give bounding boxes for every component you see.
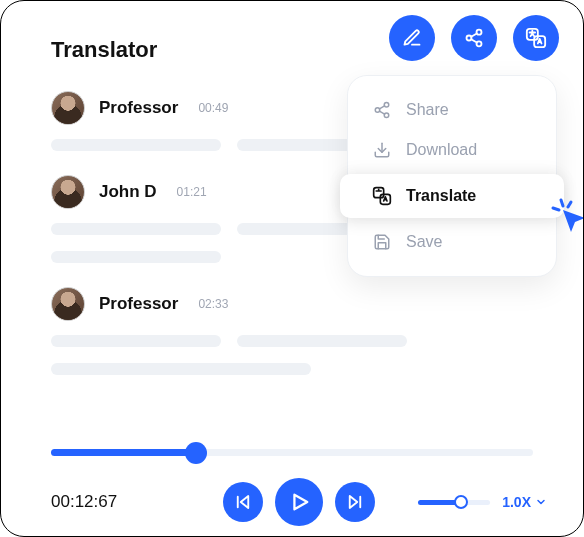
svg-line-3 [471, 39, 477, 42]
pencil-icon [402, 28, 422, 48]
playback-buttons [223, 478, 375, 526]
svg-marker-18 [241, 496, 249, 508]
translate-button[interactable] [513, 15, 559, 61]
svg-line-4 [471, 33, 477, 36]
menu-item-label: Save [406, 233, 442, 251]
svg-marker-21 [350, 496, 358, 508]
speed-slider[interactable] [418, 500, 490, 505]
page-title: Translator [51, 37, 157, 63]
entry-timestamp: 02:33 [198, 297, 228, 311]
svg-line-15 [561, 200, 563, 206]
previous-button[interactable] [223, 482, 263, 522]
menu-item-share[interactable]: Share [348, 90, 556, 130]
cursor-click-indicator [549, 196, 584, 240]
avatar [51, 175, 85, 209]
save-icon [372, 232, 392, 252]
svg-line-10 [379, 111, 384, 114]
current-time: 00:12:67 [51, 492, 117, 512]
speed-value: 1.0X [502, 494, 531, 510]
progress-bar[interactable] [51, 449, 533, 456]
speaker-name: Professor [99, 98, 178, 118]
skip-forward-icon [346, 493, 364, 511]
menu-item-label: Share [406, 101, 449, 119]
svg-marker-20 [294, 495, 307, 510]
svg-line-11 [379, 106, 384, 109]
svg-line-17 [568, 202, 571, 207]
translate-icon [525, 27, 547, 49]
next-button[interactable] [335, 482, 375, 522]
svg-line-16 [553, 208, 559, 210]
speaker-row: Professor 02:33 [51, 287, 533, 321]
share-icon [464, 28, 484, 48]
translator-window: Translator Professor 00:49 John D 01:21 [0, 0, 584, 537]
speed-dropdown[interactable]: 1.0X [502, 494, 547, 510]
progress-fill [51, 449, 196, 456]
edit-button[interactable] [389, 15, 435, 61]
speed-control: 1.0X [418, 494, 547, 510]
share-icon [372, 100, 392, 120]
avatar [51, 287, 85, 321]
play-icon [288, 491, 310, 513]
text-skeleton [51, 335, 533, 375]
context-menu: Share Download Translate Save [347, 75, 557, 277]
play-button[interactable] [275, 478, 323, 526]
avatar [51, 91, 85, 125]
menu-item-label: Translate [406, 187, 476, 205]
speaker-name: John D [99, 182, 157, 202]
menu-item-label: Download [406, 141, 477, 159]
menu-item-translate[interactable]: Translate [340, 174, 564, 218]
chevron-down-icon [535, 496, 547, 508]
player-controls: 00:12:67 1.0X [51, 492, 547, 512]
download-icon [372, 140, 392, 160]
translate-icon [372, 186, 392, 206]
top-action-bar [389, 15, 559, 61]
speaker-name: Professor [99, 294, 178, 314]
transcript-entry: Professor 02:33 [51, 287, 533, 375]
progress-track [51, 449, 533, 456]
share-button[interactable] [451, 15, 497, 61]
progress-thumb[interactable] [185, 442, 207, 464]
entry-timestamp: 00:49 [198, 101, 228, 115]
skip-back-icon [234, 493, 252, 511]
entry-timestamp: 01:21 [177, 185, 207, 199]
menu-item-download[interactable]: Download [348, 130, 556, 170]
menu-item-save[interactable]: Save [348, 222, 556, 262]
speed-thumb[interactable] [454, 495, 468, 509]
